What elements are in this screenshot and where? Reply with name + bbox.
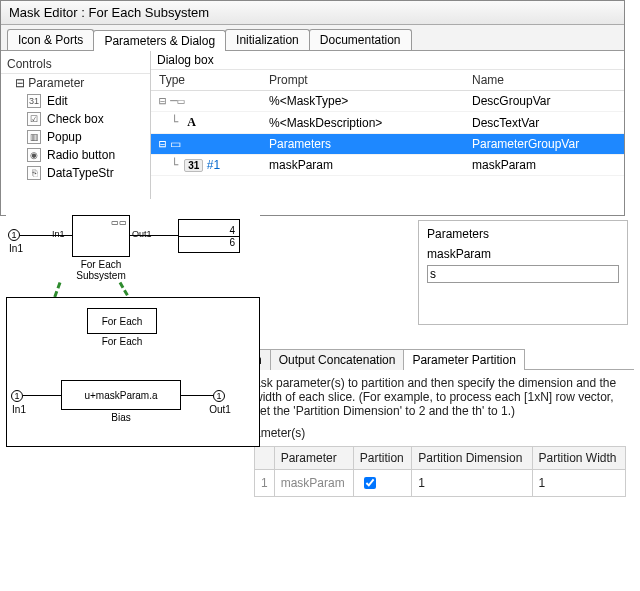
- datatype-icon: ⎘: [27, 166, 41, 180]
- bias-label: Bias: [61, 412, 181, 423]
- inport-label: In1: [7, 404, 31, 415]
- mask-editor-window: Mask Editor : For Each Subsystem Icon & …: [0, 0, 625, 216]
- callout-line: [28, 282, 62, 368]
- wire: [130, 235, 178, 236]
- table-row-selected[interactable]: ⊟▭ Parameters ParameterGroupVar: [151, 134, 624, 155]
- row-number: 1: [255, 470, 275, 497]
- control-label: Check box: [47, 112, 104, 126]
- partition-description: ask parameter(s) to partition and then s…: [254, 376, 626, 418]
- dialogbox-title: Dialog box: [151, 51, 624, 70]
- cell-name: maskParam: [464, 155, 624, 176]
- table-row[interactable]: └A %<MaskDescription> DescTextVar: [151, 112, 624, 134]
- display-value-1: 4: [179, 225, 239, 237]
- main-diagram: For Each For Each 1 In1 u+maskParam.a Bi…: [6, 297, 260, 447]
- param-value-input[interactable]: [427, 265, 619, 283]
- bias-block: u+maskParam.a: [61, 380, 181, 410]
- tab-n[interactable]: n: [246, 349, 271, 370]
- cell-name: DescGroupVar: [464, 91, 624, 112]
- port-number: 1: [11, 230, 16, 240]
- col-partition-width[interactable]: Partition Width: [532, 447, 625, 470]
- cell-prompt: Parameters: [261, 134, 464, 155]
- col-partition[interactable]: Partition: [353, 447, 412, 470]
- wire: [181, 395, 213, 396]
- tab-label: Parameters & Dialog: [104, 34, 215, 48]
- for-each-subsystem-label: For Each Subsystem: [66, 259, 136, 281]
- dialogbox-table: Type Prompt Name ⊟─▭ %<MaskType> DescGro…: [151, 70, 624, 176]
- controls-panel: Controls ⊟ Parameter 31Edit ☑Check box ▥…: [1, 51, 151, 215]
- cell-parameter: maskParam: [274, 470, 353, 497]
- col-partition-dimension[interactable]: Partition Dimension: [412, 447, 532, 470]
- for-each-label: For Each: [87, 336, 157, 347]
- tab-label: Icon & Ports: [18, 33, 83, 47]
- main-pane: Controls ⊟ Parameter 31Edit ☑Check box ▥…: [1, 50, 624, 215]
- block-outport-label: Out1: [132, 229, 152, 239]
- control-popup[interactable]: ▥Popup: [1, 128, 150, 146]
- wire: [20, 235, 72, 236]
- cell-name: DescTextVar: [464, 112, 624, 134]
- cell-prompt: %<MaskDescription>: [261, 112, 464, 134]
- table-row[interactable]: └31 #1 maskParam maskParam: [151, 155, 624, 176]
- properties-panel: Parameters maskParam: [418, 220, 628, 325]
- dialogbox-panel: Dialog box Type Prompt Name ⊟─▭ %<MaskTy…: [151, 51, 624, 215]
- cell-partition-width[interactable]: 1: [532, 470, 625, 497]
- checkbox-icon: ☑: [27, 112, 41, 126]
- tree-glyph-icon: ⊟: [159, 94, 166, 108]
- tab-label: Initialization: [236, 33, 299, 47]
- properties-title: Parameters: [427, 227, 619, 241]
- tab-parameters-dialog[interactable]: Parameters & Dialog: [93, 30, 226, 51]
- window-title-text: Mask Editor : For Each Subsystem: [9, 5, 209, 20]
- display-block: 4 6: [178, 219, 240, 253]
- tab-label: Parameter Partition: [412, 353, 515, 367]
- partition-table: Parameter Partition Partition Dimension …: [254, 446, 626, 497]
- partition-section: ameter(s): [254, 426, 626, 440]
- tab-initialization[interactable]: Initialization: [225, 29, 310, 50]
- port-number: 1: [14, 391, 19, 401]
- param-index: #1: [207, 158, 220, 172]
- partition-checkbox[interactable]: [364, 477, 376, 489]
- cell-prompt: maskParam: [261, 155, 464, 176]
- popup-icon: ▥: [27, 130, 41, 144]
- tab-label: Output Concatenation: [279, 353, 396, 367]
- outport-1: 1: [213, 390, 225, 402]
- window-title: Mask Editor : For Each Subsystem: [1, 1, 624, 25]
- inport-1: 1: [8, 229, 20, 241]
- display-value-2: 6: [179, 237, 239, 248]
- cell-partition-check: [353, 470, 412, 497]
- param-label: maskParam: [427, 247, 619, 261]
- tab-label: Documentation: [320, 33, 401, 47]
- partition-panel: n Output Concatenation Parameter Partiti…: [246, 348, 634, 558]
- cell-name: ParameterGroupVar: [464, 134, 624, 155]
- for-each-block: For Each: [87, 308, 157, 334]
- control-datatypestr[interactable]: ⎘DataTypeStr: [1, 164, 150, 182]
- edit-icon: 31: [27, 94, 41, 108]
- block-inport-label: In1: [52, 229, 65, 239]
- callout-line: [119, 282, 187, 396]
- col-type[interactable]: Type: [151, 70, 261, 91]
- col-parameter[interactable]: Parameter: [274, 447, 353, 470]
- controls-group[interactable]: ⊟ Parameter: [1, 74, 150, 92]
- tab-output-concatenation[interactable]: Output Concatenation: [270, 349, 405, 370]
- col-name[interactable]: Name: [464, 70, 624, 91]
- inport-label: In1: [6, 243, 26, 254]
- tree-glyph-icon: ⊟: [159, 137, 166, 151]
- col-rownum: [255, 447, 275, 470]
- port-number: 1: [216, 391, 221, 401]
- tab-parameter-partition[interactable]: Parameter Partition: [403, 349, 524, 370]
- tab-icon-ports[interactable]: Icon & Ports: [7, 29, 94, 50]
- controls-title: Controls: [1, 55, 150, 74]
- col-prompt[interactable]: Prompt: [261, 70, 464, 91]
- control-edit[interactable]: 31Edit: [1, 92, 150, 110]
- text-type-icon: A: [184, 115, 199, 130]
- radio-icon: ◉: [27, 148, 41, 162]
- tab-documentation[interactable]: Documentation: [309, 29, 412, 50]
- main-tabstrip: Icon & Ports Parameters & Dialog Initial…: [1, 25, 624, 50]
- wire: [23, 395, 61, 396]
- table-row[interactable]: ⊟─▭ %<MaskType> DescGroupVar: [151, 91, 624, 112]
- table-header-row: Type Prompt Name: [151, 70, 624, 91]
- control-checkbox[interactable]: ☑Check box: [1, 110, 150, 128]
- bias-expression: u+maskParam.a: [84, 390, 157, 401]
- table-row[interactable]: 1 maskParam 1 1: [255, 470, 626, 497]
- control-radio[interactable]: ◉Radio button: [1, 146, 150, 164]
- cell-partition-dimension[interactable]: 1: [412, 470, 532, 497]
- partition-body: ask parameter(s) to partition and then s…: [246, 370, 634, 503]
